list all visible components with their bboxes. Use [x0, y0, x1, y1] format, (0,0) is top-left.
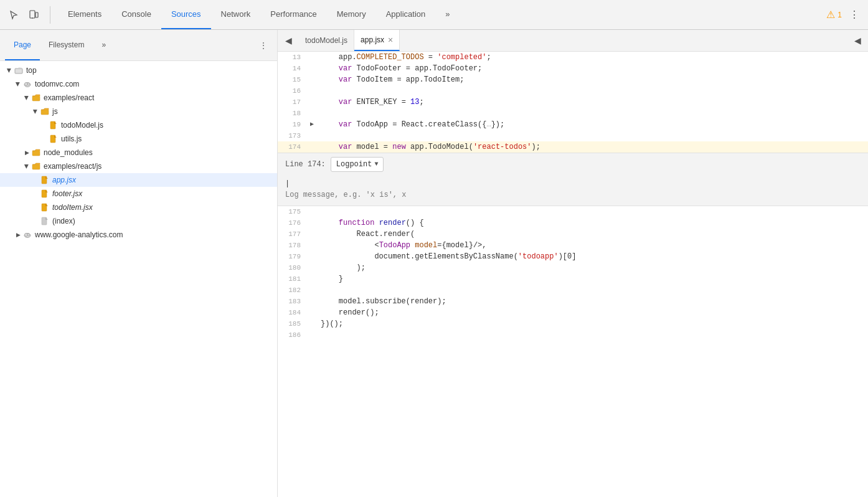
line-number-18: 18 — [278, 108, 306, 119]
tab-more-left[interactable]: » — [93, 30, 115, 60]
line-number-180: 180 — [278, 262, 306, 273]
tree-item-todoitem-jsx[interactable]: todoItem.jsx — [0, 201, 277, 214]
tree-arrow-node-modules: ▶ — [22, 148, 31, 157]
left-tabs: Page Filesystem » — [5, 30, 115, 60]
line-number-19: 19 — [278, 119, 306, 130]
nav-back-button[interactable]: ◀ — [280, 32, 296, 49]
device-icon[interactable] — [25, 6, 42, 24]
line-content-177: React.render( — [318, 229, 868, 240]
tree-label-index: (index) — [52, 217, 75, 225]
file-icon-app-jsx — [40, 175, 50, 185]
tree-item-examples-react[interactable]: ▶ examples/react — [0, 91, 277, 105]
tree-label-todomodel: todoModel.js — [61, 121, 103, 130]
code-line-173: 173 — [278, 130, 868, 141]
line-content-17: var ENTER_KEY = 13; — [318, 97, 868, 108]
file-tree: ▶ top ▶ todomvc.com ▶ example — [0, 61, 277, 497]
line-number-13: 13 — [278, 52, 306, 63]
tree-arrow-google-analytics: ▶ — [14, 230, 22, 239]
tab-application[interactable]: Application — [376, 0, 436, 29]
left-panel-header: Page Filesystem » ⋮ — [0, 30, 277, 61]
line-content-15: var TodoItem = app.TodoItem; — [318, 74, 868, 85]
left-panel-more-button[interactable]: ⋮ — [255, 37, 272, 54]
cursor-icon[interactable] — [5, 6, 22, 24]
tab-filesystem[interactable]: Filesystem — [40, 30, 93, 60]
tree-item-utils[interactable]: utils.js — [0, 132, 277, 146]
cloud-icon-todomvc — [22, 79, 32, 89]
editor-tab-app-jsx[interactable]: app.jsx × — [354, 30, 400, 51]
svg-point-19 — [27, 234, 30, 236]
line-content-176: function render() { — [318, 217, 868, 229]
tab-memory[interactable]: Memory — [327, 0, 376, 29]
line-number-17: 17 — [278, 97, 306, 108]
tree-label-examples-react: examples/react — [44, 93, 94, 102]
code-line-179: 179 document.getElementsByClassName('tod… — [278, 251, 868, 262]
tree-item-todomvc[interactable]: ▶ todomvc.com — [0, 77, 277, 91]
tree-item-examples-react-js[interactable]: ▶ examples/react/js — [0, 159, 277, 173]
line-number-177: 177 — [278, 229, 306, 240]
logpoint-input[interactable] — [285, 191, 861, 199]
tree-item-js[interactable]: ▶ js — [0, 105, 277, 118]
more-button[interactable]: ⋮ — [846, 6, 863, 24]
tab-more[interactable]: » — [435, 0, 460, 29]
code-editor[interactable]: 13 app.COMPLETED_TODOS = 'completed'; 14… — [278, 52, 868, 497]
svg-point-6 — [27, 83, 30, 85]
toolbar-icon-group — [5, 6, 50, 24]
logpoint-panel: Line 174: Logpoint ▼ | — [278, 153, 868, 206]
code-line-185: 185 })(); — [278, 318, 868, 329]
line-content-13: app.COMPLETED_TODOS = 'completed'; — [318, 52, 868, 63]
line-number-16: 16 — [278, 85, 306, 97]
tree-item-top[interactable]: ▶ top — [0, 64, 277, 77]
tree-item-google-analytics[interactable]: ▶ www.google-analytics.com — [0, 228, 277, 242]
code-line-18: 18 — [278, 108, 868, 119]
folder-icon-examples-react-js — [31, 161, 41, 171]
line-number-186: 186 — [278, 329, 306, 341]
main-toolbar: Elements Console Sources Network Perform… — [0, 0, 868, 30]
warning-badge[interactable]: ⚠ 1 — [826, 9, 842, 21]
code-line-15: 15 var TodoItem = app.TodoItem; — [278, 74, 868, 85]
tree-item-node-modules[interactable]: ▶ node_modules — [0, 146, 277, 159]
line-number-15: 15 — [278, 74, 306, 85]
tree-item-footer-jsx[interactable]: footer.jsx — [0, 187, 277, 201]
line-number-173: 173 — [278, 130, 306, 141]
line-number-179: 179 — [278, 251, 306, 262]
code-line-174: 174 var model = new app.TodoModel('react… — [278, 141, 868, 153]
folder-icon-examples-react — [31, 93, 41, 103]
logpoint-header: Line 174: Logpoint ▼ — [278, 153, 868, 176]
svg-rect-7 — [32, 96, 40, 101]
editor-tabs: ◀ todoModel.js app.jsx × ◀ — [278, 30, 868, 52]
code-line-180: 180 ); — [278, 262, 868, 273]
code-line-186: 186 — [278, 329, 868, 341]
warning-count: 1 — [837, 11, 842, 19]
line-number-184: 184 — [278, 307, 306, 318]
file-icon-utils — [49, 134, 59, 144]
code-lines: 13 app.COMPLETED_TODOS = 'completed'; 14… — [278, 52, 868, 341]
tab-performance[interactable]: Performance — [260, 0, 326, 29]
file-icon-index — [40, 216, 50, 226]
code-line-17: 17 var ENTER_KEY = 13; — [278, 97, 868, 108]
editor-collapse-button[interactable]: ◀ — [849, 32, 866, 49]
logpoint-type-dropdown[interactable]: Logpoint ▼ — [331, 157, 384, 172]
right-panel: ◀ todoModel.js app.jsx × ◀ 13 app.COMPLE… — [278, 30, 868, 497]
tree-label-todoitem-jsx: todoItem.jsx — [52, 203, 93, 212]
line-number-185: 185 — [278, 318, 306, 329]
tab-sources[interactable]: Sources — [161, 0, 211, 29]
main-tabs: Elements Console Sources Network Perform… — [58, 0, 826, 29]
line-content-19: var TodoApp = React.createClass({…}); — [318, 119, 868, 130]
tree-item-todomodel[interactable]: todoModel.js — [0, 118, 277, 132]
tab-page[interactable]: Page — [5, 30, 40, 60]
code-line-177: 177 React.render( — [278, 229, 868, 240]
code-line-182: 182 — [278, 285, 868, 296]
code-line-181: 181 } — [278, 273, 868, 285]
svg-rect-8 — [41, 110, 49, 115]
tab-elements[interactable]: Elements — [58, 0, 111, 29]
tab-console[interactable]: Console — [111, 0, 161, 29]
tree-arrow-examples-react-js: ▶ — [22, 162, 31, 171]
code-line-184: 184 render(); — [278, 307, 868, 318]
editor-tab-close-icon[interactable]: × — [388, 36, 393, 44]
tab-network[interactable]: Network — [211, 0, 261, 29]
line-content-180: ); — [318, 262, 868, 273]
tree-item-app-jsx[interactable]: app.jsx — [0, 173, 277, 187]
editor-tab-todomodel[interactable]: todoModel.js — [299, 30, 354, 51]
line-content-178: <TodoApp model={model}/>, — [318, 240, 868, 251]
tree-item-index[interactable]: (index) — [0, 214, 277, 228]
